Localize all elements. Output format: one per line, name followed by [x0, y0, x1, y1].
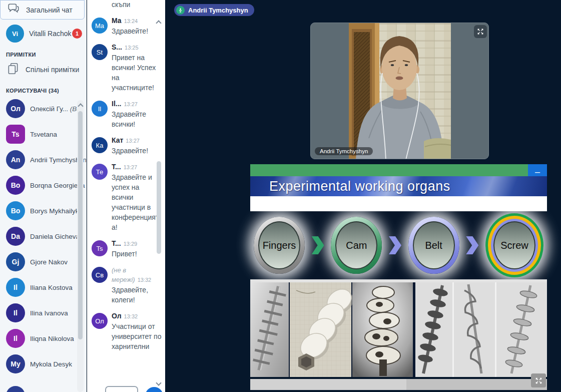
main-area: Andrii Tymchyshyn: [165, 0, 561, 392]
slide-white-strip: [250, 196, 547, 211]
user-name: Олексій Гу... (Ви): [30, 105, 83, 113]
message-author: Ма13:24: [112, 16, 162, 26]
step-circle-fingers: Fingers: [254, 217, 305, 274]
avatar: Bo: [6, 176, 25, 195]
avatar: Св: [92, 267, 108, 283]
sidebar-item-shared-notes[interactable]: Спільні примітки: [0, 60, 86, 80]
private-chat-name: Vitalli Rachok: [29, 30, 72, 38]
public-chat-label: Загальний чат: [26, 6, 73, 14]
avatar: Gj: [6, 252, 25, 271]
user-name: Mykola Desyk: [30, 360, 72, 368]
app-window: Загальний чат Vi Vitalli Rachok 1 ПРИМІТ…: [0, 0, 561, 392]
chat-message: St S...13:25Привет на всички! Успех на у…: [92, 43, 165, 93]
chat-message-list: Здравейте скъпи Ма Ма13:24Здравейте! St …: [87, 0, 165, 351]
webcam-fullscreen-button[interactable]: [474, 25, 487, 38]
user-row[interactable]: Il Iliqna Nikolova: [0, 329, 86, 348]
avatar: My: [6, 354, 25, 373]
user-row[interactable]: Gj Gjore Nakov: [0, 252, 86, 271]
chat-message: Ма Ма13:24Здравейте!: [92, 16, 165, 36]
user-name: Daniela Gicheva: [30, 233, 80, 240]
chat-scroll-down-icon[interactable]: [156, 380, 161, 385]
user-row[interactable]: Ts Tsvetana: [0, 125, 86, 144]
chat-scrollbar-thumb[interactable]: [157, 161, 161, 254]
step-circle-screw: Screw: [485, 213, 543, 277]
user-row[interactable]: Il Ilina Ivanova: [0, 303, 86, 322]
user-name: Ilina Ivanova: [30, 309, 68, 317]
webcam-video: [349, 23, 451, 159]
presentation-top-bar: [250, 164, 547, 176]
chat-message: Ол Ол13:32Участници от университет по ха…: [92, 311, 165, 351]
avatar: Ts: [92, 240, 108, 256]
message-author: Т...13:29: [112, 239, 162, 249]
user-row[interactable]: Bo Borqna Georgieva: [0, 176, 86, 195]
slide-title-banner: Experimental working organs: [250, 176, 547, 196]
step-circle-belt: Belt: [408, 217, 459, 274]
chat-message: Ка Кат13:27Здравейте!: [92, 136, 165, 156]
webcam-name-label: Andrii Tymchyshyn: [315, 147, 373, 155]
step-circle-cam: Cam: [331, 217, 382, 274]
arrow-right-icon: [466, 236, 478, 254]
message-text: Здравейте и успех на всички участници в …: [112, 173, 159, 231]
avatar: Ол: [92, 313, 108, 329]
chat-message: Св (не в мережі)13:32Здравейте, колеги!: [92, 265, 165, 305]
user-row[interactable]: Da Daniela Gicheva: [0, 227, 86, 246]
message-time: 13:25: [125, 45, 139, 51]
chat-send-button[interactable]: [145, 387, 163, 392]
message-text: Здравейте!: [112, 147, 148, 155]
message-time: 13:27: [124, 164, 138, 170]
message-text: Здравейте всички!: [112, 110, 146, 128]
message-author: (не в мережі)13:32: [112, 265, 162, 285]
chat-bubbles-icon: [7, 3, 20, 18]
public-chat-panel: Здравейте скъпи Ма Ма13:24Здравейте! St …: [87, 0, 165, 392]
users-scrollbar-thumb[interactable]: [78, 111, 83, 339]
message-author: S...13:25: [112, 43, 162, 53]
avatar: Il: [6, 278, 25, 297]
user-row[interactable]: My Mykola Desyk: [0, 354, 86, 373]
message-author: Ол13:32: [112, 311, 162, 321]
user-name: Iliqna Nikolova: [30, 335, 74, 342]
avatar: Ка: [92, 137, 108, 153]
message-text: Участници от университет по харнителни: [112, 322, 161, 350]
unread-badge: 1: [72, 29, 82, 39]
chat-message: Здравейте скъпи: [92, 0, 165, 10]
slide-photo-collage: [250, 279, 547, 377]
message-text: Здравейте!: [112, 27, 148, 35]
arrow-right-icon: [389, 236, 401, 254]
message-text: Здравейте скъпи: [112, 0, 162, 10]
avatar: Ts: [6, 125, 25, 144]
message-author: Кат13:27: [112, 136, 162, 146]
message-author: Il...13:27: [112, 99, 162, 109]
presentation-bottom-bar[interactable]: [250, 379, 547, 390]
user-name: Iliana Kostova: [30, 284, 73, 291]
user-row[interactable]: Bo Borys Mykhailyk: [0, 201, 86, 220]
message-time: 13:32: [124, 313, 138, 319]
sidebar-item-public-chat[interactable]: Загальний чат: [0, 0, 85, 20]
user-row[interactable]: Il Iliana Kostova: [0, 278, 86, 297]
message-text: Привет на всички! Успех на участниците!: [112, 54, 156, 92]
avatar: Ол: [6, 99, 25, 118]
avatar: [6, 386, 25, 392]
presentation-scrollbar-thumb[interactable]: [250, 379, 406, 390]
user-row[interactable]: An Andrii Tymchyshyn: [0, 150, 86, 169]
avatar: Il: [6, 329, 25, 348]
chat-message-input[interactable]: [105, 386, 138, 392]
message-time: 13:32: [138, 277, 152, 283]
avatar: Vi: [6, 25, 24, 43]
user-row[interactable]: Ол Олексій Гу... (Ви): [0, 99, 86, 118]
notes-section-header: ПРИМІТКИ: [6, 52, 86, 58]
presentation-fullscreen-button[interactable]: [531, 373, 546, 387]
active-speaker-name: Andrii Tymchyshyn: [188, 7, 248, 14]
active-speaker-pill[interactable]: Andrii Tymchyshyn: [174, 4, 254, 16]
arrow-right-icon: [312, 236, 324, 254]
sidebar-item-private-chat[interactable]: Vi Vitalli Rachok 1: [0, 24, 86, 44]
avatar: Ма: [92, 18, 108, 34]
sidebar: Загальний чат Vi Vitalli Rachok 1 ПРИМІТ…: [0, 0, 87, 392]
notes-icon: [7, 62, 20, 77]
step-label: Screw: [493, 221, 535, 269]
chat-message: Ts Т...13:29Привет!: [92, 239, 165, 259]
webcam-tile[interactable]: Andrii Tymchyshyn: [310, 23, 489, 159]
avatar: Те: [92, 164, 108, 180]
presentation-area: – Experimental working organs Fingers Ca…: [250, 164, 547, 388]
avatar: Da: [6, 227, 25, 246]
user-name: Borys Mykhailyk: [30, 207, 79, 215]
